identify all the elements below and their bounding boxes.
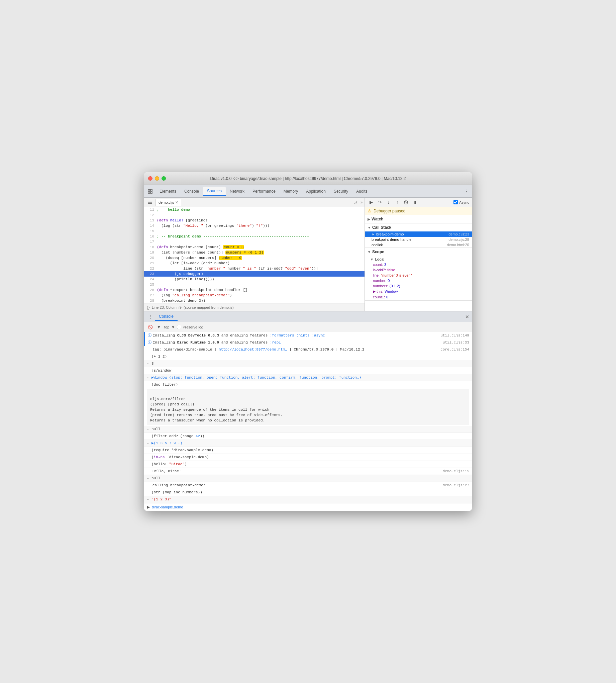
console-entry-13: (hello! "Dirac") bbox=[144, 461, 472, 468]
scope-val-line: "number 0 is even" bbox=[381, 273, 412, 277]
call-stack-item-2[interactable]: onclick demo.html:20 bbox=[365, 242, 472, 247]
console-text-14: Hello, Dirac! bbox=[153, 469, 440, 474]
maximize-button[interactable] bbox=[161, 176, 166, 181]
console-text-0: Installing CLJS DevTools 0.8.3 and enabl… bbox=[153, 333, 438, 338]
selected-frame-icon: ➤ bbox=[372, 233, 374, 236]
async-checkbox-input[interactable] bbox=[454, 200, 458, 204]
console-input[interactable]: dirac-sample.demo bbox=[152, 505, 183, 509]
scope-section: Scope Local count: 3 is-odd?: bbox=[365, 248, 472, 301]
pause-on-exceptions-button[interactable]: ⏸ bbox=[411, 199, 418, 206]
call-stack-header[interactable]: Call Stack bbox=[365, 223, 472, 232]
tab-console[interactable]: Console bbox=[180, 187, 203, 196]
file-panel: demo.cljs ✕ ⇄ » 11 ; -- hello demo --- bbox=[144, 198, 365, 311]
code-line-12: 12 bbox=[144, 213, 365, 218]
call-stack-item-1[interactable]: breakpoint-demo-handler demo.cljs:28 bbox=[365, 237, 472, 242]
call-stack-list: ➤ breakpoint-demo demo.cljs:23 breakpoin… bbox=[365, 232, 472, 247]
code-line-23: 23 (js-debugger) bbox=[144, 271, 365, 277]
devtools-icons: ⋮ bbox=[462, 187, 470, 195]
scope-item-count1: count1: 0 bbox=[365, 294, 472, 300]
scope-item-this[interactable]: ▶ this: Window bbox=[365, 289, 472, 294]
console-input-line: ▶ dirac-sample.demo bbox=[144, 503, 472, 511]
call-stack-label: Call Stack bbox=[372, 225, 391, 230]
pretty-print-icon[interactable]: {} bbox=[147, 305, 150, 310]
console-toolbar: 🚫 ▼ top ▼ Preserve log bbox=[144, 322, 472, 332]
console-entry-9: (filter odd? (range 42)) bbox=[144, 433, 472, 440]
doc-box: —————————————————————————— cljs.core/fil… bbox=[147, 389, 469, 425]
console-file-2[interactable]: core.cljs:154 bbox=[438, 347, 469, 352]
debugger-paused-banner: ⚠ Debugger paused bbox=[365, 207, 472, 215]
scope-local-label[interactable]: Local bbox=[365, 257, 472, 262]
resume-button[interactable]: ▶ bbox=[368, 199, 375, 206]
call-stack-item-0[interactable]: ➤ breakpoint-demo demo.cljs:23 bbox=[365, 232, 472, 237]
scope-val-numbers: (0 1 2) bbox=[390, 284, 400, 288]
console-text-12: (in-ns 'dirac-sample.demo) bbox=[152, 455, 469, 460]
call-stack-section: Call Stack ➤ breakpoint-demo demo.cljs:2… bbox=[365, 223, 472, 248]
console-close-button[interactable]: ✕ bbox=[465, 314, 469, 320]
preserve-log-input[interactable] bbox=[177, 325, 181, 329]
preserve-log-checkbox[interactable]: Preserve log bbox=[177, 325, 203, 329]
sidebar-toggle-icon[interactable] bbox=[146, 198, 155, 207]
code-editor[interactable]: 11 ; -- hello demo ---------------------… bbox=[144, 207, 365, 303]
tab-sources[interactable]: Sources bbox=[203, 186, 226, 196]
tab-performance[interactable]: Performance bbox=[248, 187, 280, 196]
watch-label: Watch bbox=[372, 217, 383, 221]
filter-icon[interactable]: ▼ bbox=[155, 324, 162, 330]
inspector-icon[interactable] bbox=[146, 186, 155, 196]
tab-application[interactable]: Application bbox=[302, 187, 330, 196]
console-tab-bar: ⋮ Console ✕ bbox=[144, 311, 472, 322]
code-line-15: 15 bbox=[144, 228, 365, 234]
console-output[interactable]: ⓘ Installing CLJS DevTools 0.8.3 and ena… bbox=[144, 332, 472, 503]
console-file-16[interactable]: demo.cljs:27 bbox=[440, 483, 469, 488]
clear-console-icon[interactable]: 🚫 bbox=[147, 324, 154, 330]
scope-item-line: line: "number 0 is even" bbox=[365, 272, 472, 278]
console-file-1[interactable]: util.cljs:33 bbox=[440, 340, 469, 345]
source-map-info: (source mapped from demo.js) bbox=[183, 305, 234, 309]
watch-header[interactable]: Watch bbox=[365, 215, 472, 223]
console-menu-icon[interactable]: ⋮ bbox=[147, 313, 155, 321]
local-chevron bbox=[370, 258, 374, 261]
title-bar: Dirac v1.0.0 <-> binaryage/dirac-sample … bbox=[144, 172, 472, 185]
scope-header[interactable]: Scope bbox=[365, 248, 472, 256]
console-panel: ⋮ Console ✕ 🚫 ▼ top ▼ Preserve log ⓘ bbox=[144, 311, 472, 511]
file-tab-demo-cljs[interactable]: demo.cljs ✕ bbox=[155, 199, 181, 206]
console-text-15: null bbox=[152, 476, 469, 481]
tab-audits[interactable]: Audits bbox=[352, 187, 371, 196]
console-entry-12: (in-ns 'dirac-sample.demo) bbox=[144, 454, 472, 461]
console-entry-6: ← ▶Window {stop: function, open: functio… bbox=[144, 374, 472, 381]
format-icon[interactable]: ⇄ bbox=[353, 199, 358, 205]
code-line-26: 26 (defn ^:export breakpoint-demo-handle… bbox=[144, 287, 365, 293]
minimize-button[interactable] bbox=[155, 176, 159, 181]
filter-dropdown-icon[interactable]: ▼ bbox=[171, 325, 175, 329]
tab-network[interactable]: Network bbox=[226, 187, 248, 196]
marker-8: ← bbox=[147, 426, 152, 432]
step-over-button[interactable]: ↷ bbox=[376, 199, 383, 206]
more-icon[interactable]: ⋮ bbox=[462, 187, 470, 195]
marker-12 bbox=[147, 455, 152, 460]
console-tab[interactable]: Console bbox=[155, 313, 178, 321]
code-line-17: 17 bbox=[144, 239, 365, 244]
console-text-5: js/window bbox=[152, 368, 469, 373]
marker-16 bbox=[148, 483, 153, 488]
code-line-24: 24 (println line))))) bbox=[144, 277, 365, 282]
console-file-0[interactable]: util.cljs:149 bbox=[438, 333, 469, 338]
console-file-14[interactable]: demo.cljs:15 bbox=[440, 469, 469, 474]
console-text-13: (hello! "Dirac") bbox=[152, 462, 469, 467]
console-entry-14: Hello, Dirac! demo.cljs:15 bbox=[144, 468, 472, 475]
step-out-button[interactable]: ↑ bbox=[394, 199, 401, 206]
console-entry-2: tag: binaryage/dirac-sample | http://loc… bbox=[144, 346, 472, 353]
more-tabs-icon[interactable]: » bbox=[359, 199, 363, 205]
async-checkbox[interactable]: Async bbox=[454, 200, 469, 204]
file-tabs: demo.cljs ✕ ⇄ » bbox=[144, 198, 365, 207]
svg-rect-1 bbox=[151, 189, 152, 191]
tab-elements[interactable]: Elements bbox=[155, 187, 180, 196]
close-button[interactable] bbox=[148, 176, 153, 181]
frame-name-1: breakpoint-demo-handler bbox=[372, 238, 446, 242]
console-text-17: (str (map inc numbers)) bbox=[152, 490, 469, 495]
tab-memory[interactable]: Memory bbox=[280, 187, 302, 196]
file-tab-close-icon[interactable]: ✕ bbox=[175, 200, 178, 205]
tab-security[interactable]: Security bbox=[330, 187, 352, 196]
paused-message: Debugger paused bbox=[374, 209, 405, 214]
deactivate-button[interactable] bbox=[402, 199, 410, 206]
code-line-28: 28 (breakpoint-demo 3)) bbox=[144, 298, 365, 303]
step-into-button[interactable]: ↓ bbox=[385, 199, 392, 206]
